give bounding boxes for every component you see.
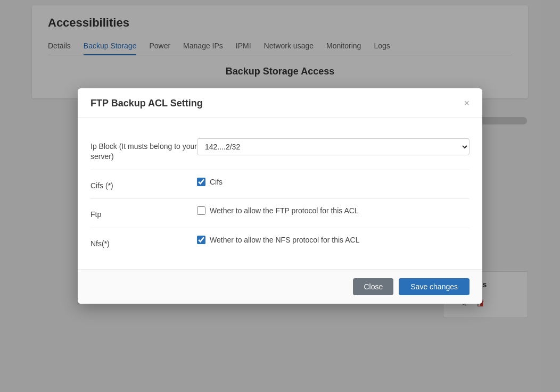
nfs-checkbox-label[interactable]: Wether to allow the NFS protocol for thi… <box>197 236 359 244</box>
ftp-checkbox-text: Wether to allow the FTP protocol for thi… <box>210 206 359 215</box>
modal-footer: Close Save changes <box>78 269 482 304</box>
cifs-checkbox-text: Cifs <box>210 178 223 186</box>
nfs-row: Nfs(*) Wether to allow the NFS protocol … <box>90 228 470 257</box>
save-button[interactable]: Save changes <box>399 278 470 295</box>
modal-header: FTP Backup ACL Setting × <box>78 88 482 118</box>
ip-block-field: 142....2/32 <box>197 138 470 155</box>
modal-title: FTP Backup ACL Setting <box>90 98 203 109</box>
modal: FTP Backup ACL Setting × Ip Block (It mu… <box>78 88 482 304</box>
ftp-label: Ftp <box>90 206 197 220</box>
ftp-checkbox-label[interactable]: Wether to allow the FTP protocol for thi… <box>197 206 359 215</box>
nfs-checkbox-text: Wether to allow the NFS protocol for thi… <box>210 236 359 244</box>
ftp-field: Wether to allow the FTP protocol for thi… <box>197 206 470 215</box>
ip-block-label: Ip Block (It musts belong to your server… <box>90 138 197 162</box>
modal-body: Ip Block (It musts belong to your server… <box>78 118 482 270</box>
ip-block-row: Ip Block (It musts belong to your server… <box>90 131 470 170</box>
close-button[interactable]: Close <box>353 278 393 295</box>
cifs-field: Cifs <box>197 178 470 186</box>
ftp-row: Ftp Wether to allow the FTP protocol for… <box>90 199 470 228</box>
cifs-checkbox[interactable] <box>197 178 205 186</box>
cifs-label: Cifs (*) <box>90 178 197 191</box>
modal-overlay: FTP Backup ACL Setting × Ip Block (It mu… <box>0 0 560 392</box>
cifs-checkbox-label[interactable]: Cifs <box>197 178 223 186</box>
ftp-checkbox[interactable] <box>197 206 205 215</box>
ip-block-select[interactable]: 142....2/32 <box>197 138 470 155</box>
nfs-label: Nfs(*) <box>90 236 197 249</box>
nfs-checkbox[interactable] <box>197 236 205 244</box>
modal-close-button[interactable]: × <box>464 98 470 108</box>
cifs-row: Cifs (*) Cifs <box>90 170 470 199</box>
nfs-field: Wether to allow the NFS protocol for thi… <box>197 236 470 244</box>
